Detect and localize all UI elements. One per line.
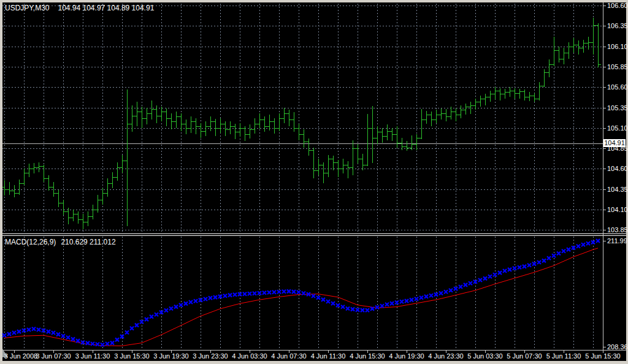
price-axis-label: 103.85 (607, 226, 628, 233)
time-axis-label: 5 Jun 07:30 (507, 352, 542, 360)
macd-name: MACD(12,26,9) (5, 238, 56, 246)
time-axis-label: 3 Jun 19:30 (153, 352, 189, 360)
price-axis-label: 104.60 (607, 165, 628, 172)
time-axis-label: 4 Jun 15:30 (350, 352, 385, 360)
chart-canvas[interactable] (0, 0, 628, 364)
time-axis-label: 4 Jun 19:30 (389, 352, 424, 360)
price-axis-label: 104.10 (607, 206, 628, 213)
chart-window: USDJPY,M30104.94 104.97 104.89 104.91 MA… (0, 0, 628, 364)
macd-indicator-label: MACD(12,26,9)210.629 211.012 (5, 238, 116, 246)
time-axis-label: 4 Jun 23:30 (428, 352, 464, 360)
price-axis-label: 106.35 (607, 22, 628, 29)
price-axis-label: 105.85 (607, 63, 628, 70)
time-axis-label: 4 Jun 11:30 (311, 352, 346, 360)
macd-axis-min-label: 208.366 (607, 343, 628, 351)
chart-title: USDJPY,M30104.94 104.97 104.89 104.91 (5, 4, 154, 12)
time-axis-label: 3 Jun 23:30 (193, 352, 228, 360)
time-axis-label: 5 Jun 11:30 (546, 352, 581, 360)
time-axis-label: 3 Jun 2008 (4, 352, 37, 360)
time-axis-label: 3 Jun 07:30 (36, 352, 71, 360)
ohlc-values: 104.94 104.97 104.89 104.91 (58, 4, 154, 12)
time-axis-label: 3 Jun 15:30 (114, 352, 150, 360)
price-axis-label: 104.35 (607, 186, 628, 193)
time-axis-label: 3 Jun 11:30 (75, 352, 110, 360)
price-axis-label: 104.85 (607, 145, 628, 152)
price-axis-label: 105.10 (607, 124, 628, 132)
time-axis-label: 5 Jun 03:30 (467, 352, 503, 360)
macd-values: 210.629 211.012 (61, 238, 115, 246)
price-axis-label: 105.35 (607, 104, 628, 112)
price-axis-label: 105.60 (607, 83, 628, 91)
price-axis-label: 106.10 (607, 43, 628, 50)
time-axis-label: 4 Jun 03:30 (232, 352, 267, 360)
time-axis-label: 4 Jun 07:30 (271, 352, 307, 360)
macd-axis-max-label: 211.997 (607, 237, 628, 245)
price-axis-label: 106.60 (607, 2, 628, 9)
time-axis-label: 5 Jun 15:30 (585, 352, 621, 360)
symbol-period-label: USDJPY,M30 (5, 4, 49, 12)
